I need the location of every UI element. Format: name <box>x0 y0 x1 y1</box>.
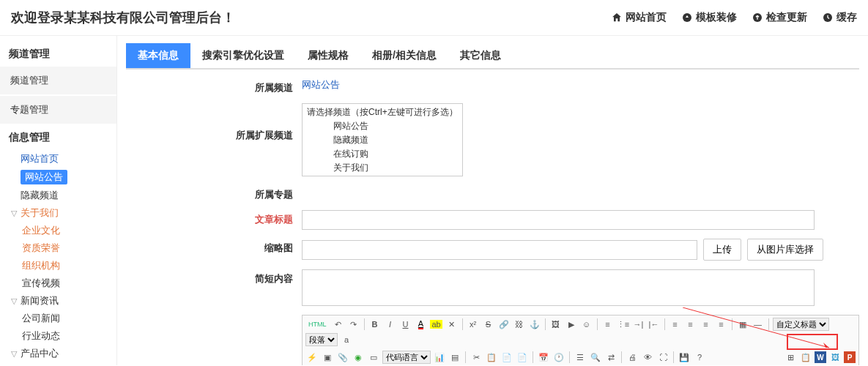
align-left-icon[interactable]: ≡ <box>669 318 682 331</box>
date-icon[interactable]: 📅 <box>537 351 550 364</box>
ext-channel-select[interactable]: 请选择频道（按Ctrl+左键可进行多选） 网站公告 隐藏频道 在线订购 关于我们… <box>302 103 463 176</box>
unlink-icon[interactable]: ⛓ <box>513 318 526 331</box>
wordpaster-icon[interactable]: 📋 <box>799 351 812 364</box>
media-icon[interactable]: ▣ <box>321 351 334 364</box>
cut-icon[interactable]: ✂ <box>470 351 483 364</box>
copy-icon[interactable]: 📋 <box>485 351 498 364</box>
attach-icon[interactable]: 📎 <box>336 351 349 364</box>
undo-icon[interactable]: ↶ <box>332 318 345 331</box>
search-icon[interactable]: 🔍 <box>589 351 602 364</box>
print-icon[interactable]: 🖨 <box>626 351 639 364</box>
time-icon[interactable]: 🕐 <box>552 351 565 364</box>
ppt-icon[interactable]: P <box>844 351 856 363</box>
align-center-icon[interactable]: ≡ <box>684 318 697 331</box>
sidebar-item-topic[interactable]: 专题管理 <box>0 96 116 124</box>
image-icon[interactable]: 🖼 <box>549 318 563 331</box>
strikethrough-icon[interactable]: S <box>482 318 495 331</box>
select-option[interactable]: 关于我们 <box>304 161 461 175</box>
nav-home[interactable]: 网站首页 <box>611 11 667 24</box>
superscript-icon[interactable]: x² <box>467 318 480 331</box>
tab-seo[interactable]: 搜索引擎优化设置 <box>190 43 296 68</box>
tab-album[interactable]: 相册/相关信息 <box>360 43 448 68</box>
draft-icon[interactable]: 💾 <box>678 351 691 364</box>
tree-company-news[interactable]: 公司新闻 <box>19 310 116 327</box>
toggle-icon[interactable]: ▽ <box>9 209 19 218</box>
brief-textarea[interactable] <box>302 269 815 306</box>
link-icon[interactable]: 🔗 <box>497 318 511 331</box>
tree-video[interactable]: 宣传视频 <box>19 274 116 292</box>
thumb-input[interactable] <box>302 240 697 260</box>
indent-icon[interactable]: →| <box>632 318 645 331</box>
tree-culture[interactable]: 企业文化 <box>19 222 116 239</box>
nav-cache[interactable]: 缓存 <box>822 11 857 24</box>
select-option[interactable]: 网站公告 <box>304 119 461 133</box>
tree-org[interactable]: 组织机构 <box>19 257 116 274</box>
italic-icon[interactable]: I <box>384 318 397 331</box>
template-insert-icon[interactable]: ▤ <box>448 351 461 364</box>
emoji-icon[interactable]: ☺ <box>580 318 593 331</box>
tree-home[interactable]: 网站首页 <box>6 150 116 168</box>
toggle-icon[interactable]: ▽ <box>9 349 19 359</box>
tree-honor[interactable]: 资质荣誉 <box>19 239 116 257</box>
word-icon[interactable]: W <box>815 351 826 363</box>
image-paste-icon[interactable]: 🖼 <box>828 351 842 364</box>
map-icon[interactable]: ◉ <box>352 351 365 364</box>
sidebar-tree: 网站首页 网站公告 隐藏频道 ▽关于我们 企业文化 资质荣誉 组织机构 宣传视频… <box>0 150 116 365</box>
replace-icon[interactable]: ⇄ <box>604 351 617 364</box>
tree-industry[interactable]: 行业动态 <box>19 327 116 345</box>
code-lang-select[interactable]: 代码语言 <box>382 351 431 364</box>
tab-other[interactable]: 其它信息 <box>448 43 513 68</box>
align-right-icon[interactable]: ≡ <box>700 318 713 331</box>
paste-icon[interactable]: 📄 <box>500 351 513 364</box>
select-option[interactable]: 在线订购 <box>304 147 461 161</box>
chart-icon[interactable]: 📊 <box>433 351 446 364</box>
sidebar-info-title: 信息管理 <box>0 125 116 150</box>
custom-title-select[interactable]: 自定义标题 <box>773 318 829 331</box>
tree-news[interactable]: ▽新闻资讯 <box>6 292 116 310</box>
tab-basic[interactable]: 基本信息 <box>126 43 190 68</box>
bold-icon[interactable]: B <box>368 318 382 331</box>
video-icon[interactable]: ▶ <box>565 318 578 331</box>
frame-icon[interactable]: ▭ <box>367 351 380 364</box>
sidebar-item-channel[interactable]: 频道管理 <box>0 67 116 94</box>
bg-color-icon[interactable]: ab <box>430 318 443 331</box>
tab-attr[interactable]: 属性规格 <box>296 43 360 68</box>
tree-product[interactable]: ▽产品中心 <box>6 345 116 362</box>
fullscreen-icon[interactable]: ⛶ <box>656 351 669 364</box>
nav-template[interactable]: 模板装修 <box>681 11 737 24</box>
select-option[interactable]: ├企业文化 <box>304 175 461 176</box>
underline-icon[interactable]: U <box>399 318 412 331</box>
preview-icon[interactable]: 👁 <box>641 351 654 364</box>
html-source-button[interactable]: HTML <box>305 318 330 331</box>
eraser-icon[interactable]: ✕ <box>445 318 459 331</box>
upload-button[interactable]: 上传 <box>703 239 741 261</box>
paragraph-select[interactable]: 段落 <box>305 333 338 346</box>
pagebreak-icon[interactable]: ⊞ <box>784 351 797 364</box>
tree-announce[interactable]: 网站公告 <box>6 168 116 187</box>
anchor-icon[interactable]: ⚓ <box>528 318 541 331</box>
tree-bath[interactable]: ▽浴室柜 <box>19 362 116 365</box>
gallery-button[interactable]: 从图片库选择 <box>747 239 823 261</box>
tree-about[interactable]: ▽关于我们 <box>6 204 116 222</box>
selectall-icon[interactable]: ☰ <box>574 351 587 364</box>
paste-text-icon[interactable]: 📄 <box>516 351 529 364</box>
select-option[interactable]: 隐藏频道 <box>304 133 461 147</box>
channel-link[interactable]: 网站公告 <box>302 79 340 90</box>
nav-update[interactable]: 检查更新 <box>752 11 807 24</box>
font-icon[interactable]: a <box>340 333 353 346</box>
title-input[interactable] <box>302 210 815 230</box>
tree-hidden[interactable]: 隐藏频道 <box>6 187 116 204</box>
table-icon[interactable]: ▦ <box>736 318 749 331</box>
ul-icon[interactable]: ⋮≡ <box>617 318 630 331</box>
flash-icon[interactable]: ⚡ <box>305 351 319 364</box>
outdent-icon[interactable]: |← <box>648 318 661 331</box>
redo-icon[interactable]: ↷ <box>347 318 360 331</box>
page-title: 欢迎登录某某科技有限公司管理后台！ <box>11 9 235 26</box>
ol-icon[interactable]: ≡ <box>601 318 615 331</box>
font-color-icon[interactable]: A <box>415 318 428 331</box>
hr-icon[interactable]: — <box>752 318 765 331</box>
select-hint: 请选择频道（按Ctrl+左键可进行多选） <box>304 105 461 119</box>
align-justify-icon[interactable]: ≡ <box>715 318 728 331</box>
help-icon[interactable]: ? <box>693 351 706 364</box>
toggle-icon[interactable]: ▽ <box>9 296 19 306</box>
